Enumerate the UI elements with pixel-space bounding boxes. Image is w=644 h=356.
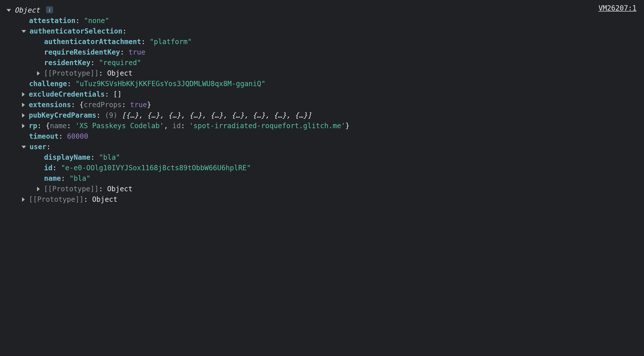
property-row[interactable]: id: "e-e0-OOlg10IVYJSox1168j8cts89tObbW6… (5, 163, 639, 173)
property-value: Object (107, 184, 132, 194)
property-key: timeout (29, 131, 59, 142)
spacer (40, 5, 44, 16)
colon: : (59, 131, 67, 142)
property-value: Object (107, 68, 132, 79)
property-key: requireResidentKey (44, 47, 120, 58)
colon: : (84, 194, 92, 205)
chevron-right-icon[interactable] (22, 103, 25, 107)
preview-value: true (130, 100, 147, 110)
property-key: pubKeyCredParams (29, 110, 96, 121)
comma: , (164, 121, 172, 131)
property-row[interactable]: requireResidentKey: true (5, 47, 639, 58)
chevron-right-icon[interactable] (22, 113, 25, 118)
colon: : (46, 142, 51, 152)
property-row[interactable]: excludeCredentials: [] (5, 89, 639, 100)
property-row[interactable]: [[Prototype]]: Object (5, 68, 639, 79)
property-row[interactable]: attestation: "none" (5, 16, 639, 26)
chevron-right-icon[interactable] (22, 197, 25, 202)
property-key: rp (29, 121, 37, 131)
preview-key: name (50, 121, 67, 131)
property-value: [] (113, 89, 122, 100)
property-key: authenticatorSelection (30, 26, 122, 37)
chevron-down-icon[interactable] (7, 9, 11, 12)
property-key: name (44, 173, 61, 184)
property-row[interactable]: extensions: {credProps: true} (5, 100, 639, 110)
colon: : (141, 37, 150, 47)
property-key: user (30, 142, 46, 152)
preview-value: 'XS Passkeys Codelab' (75, 121, 164, 131)
property-key: excludeCredentials (29, 89, 105, 100)
colon: : (90, 58, 99, 68)
colon: : (122, 26, 127, 37)
colon: : (75, 16, 84, 26)
chevron-down-icon[interactable] (22, 146, 26, 148)
property-value: Object (92, 194, 117, 205)
colon: : (90, 152, 99, 163)
property-row[interactable]: pubKeyCredParams: (9) [{…}, {…}, {…}, {…… (5, 110, 639, 121)
colon: : (181, 121, 189, 131)
colon: : (120, 47, 128, 58)
colon: : (61, 173, 69, 184)
property-value: "uTuz9KSVsHbKKjKKFEGsYos3JQDMLWU8qx8M-gg… (75, 79, 265, 89)
property-value: 60000 (67, 131, 88, 142)
chevron-right-icon[interactable] (37, 71, 40, 76)
brace-open: { (46, 121, 50, 131)
object-root-row[interactable]: Object i (5, 5, 639, 16)
chevron-down-icon[interactable] (22, 30, 26, 33)
colon: : (67, 79, 76, 89)
chevron-right-icon[interactable] (22, 124, 25, 128)
info-icon[interactable]: i (46, 6, 53, 13)
property-row[interactable]: user: (5, 142, 639, 152)
array-count: (9) (105, 110, 117, 121)
property-row[interactable]: challenge: "uTuz9KSVsHbKKjKKFEGsYos3JQDM… (5, 79, 639, 89)
property-row[interactable]: displayName: "bla" (5, 152, 639, 163)
source-link[interactable]: VM26207:1 (598, 3, 636, 14)
colon: : (37, 121, 46, 131)
colon: : (71, 100, 80, 110)
property-row[interactable]: name: "bla" (5, 173, 639, 184)
property-row[interactable]: authenticatorSelection: (5, 26, 639, 37)
property-value: "e-e0-OOlg10IVYJSox1168j8cts89tObbW66U6h… (61, 163, 251, 173)
colon: : (122, 100, 130, 110)
property-value: "bla" (69, 173, 90, 184)
property-key: residentKey (44, 58, 90, 68)
colon: : (105, 89, 113, 100)
property-row[interactable]: residentKey: "required" (5, 58, 639, 68)
property-value: "required" (99, 58, 141, 68)
property-row[interactable]: rp: {name: 'XS Passkeys Codelab', id: 's… (5, 121, 639, 131)
colon: : (67, 121, 75, 131)
property-key: displayName (44, 152, 90, 163)
property-value: "none" (84, 16, 109, 26)
property-value: "bla" (99, 152, 120, 163)
array-preview: [{…}, {…}, {…}, {…}, {…}, {…}, {…}, {…},… (117, 110, 311, 121)
property-row[interactable]: authenticatorAttachment: "platform" (5, 37, 639, 47)
property-key: [[Prototype]] (44, 184, 99, 194)
property-value: true (128, 47, 145, 58)
property-value: "platform" (149, 37, 192, 47)
property-row[interactable]: [[Prototype]]: Object (5, 194, 639, 205)
colon: : (53, 163, 61, 173)
property-key: [[Prototype]] (44, 68, 99, 79)
object-label: Object (15, 5, 40, 16)
brace-close: } (147, 100, 151, 110)
colon: : (96, 110, 105, 121)
property-row[interactable]: [[Prototype]]: Object (5, 184, 639, 194)
property-row[interactable]: timeout: 60000 (5, 131, 639, 142)
property-key: authenticatorAttachment (44, 37, 141, 47)
colon: : (99, 184, 107, 194)
preview-value: 'spot-irradiated-roquefort.glitch.me' (189, 121, 346, 131)
preview-key: id (172, 121, 181, 131)
chevron-right-icon[interactable] (37, 187, 40, 191)
property-key: id (44, 163, 53, 173)
colon: : (99, 68, 107, 79)
property-key: [[Prototype]] (29, 194, 84, 205)
brace-close: } (345, 121, 350, 131)
preview-key: credProps (84, 100, 122, 110)
chevron-right-icon[interactable] (22, 92, 25, 97)
property-key: challenge (29, 79, 67, 89)
brace-open: { (79, 100, 84, 110)
property-key: extensions (29, 100, 71, 110)
property-key: attestation (29, 16, 75, 26)
